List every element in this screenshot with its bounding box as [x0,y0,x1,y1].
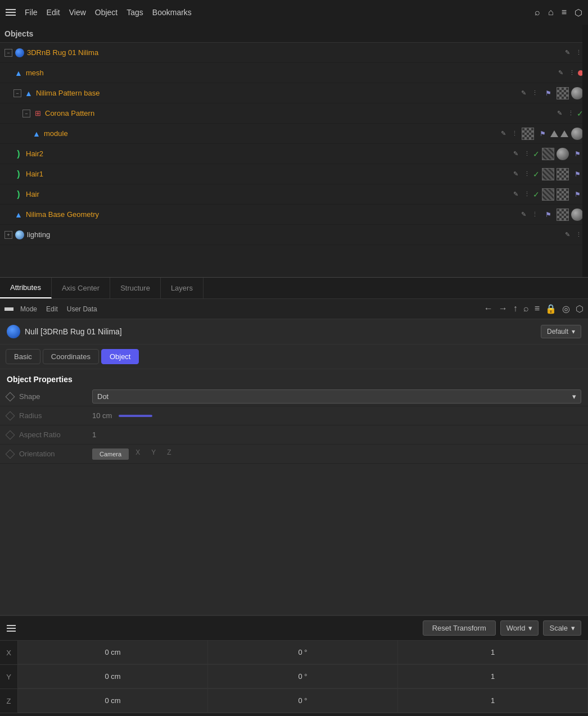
shape-dropdown[interactable]: Dot ▾ [92,389,581,404]
property-diamond-icon [6,449,15,459]
attr-menu-icon[interactable] [4,307,13,311]
arrow-left-icon[interactable]: ← [484,303,493,314]
dots-icon[interactable]: ⋮ [530,210,540,220]
z-rotation-value[interactable]: 0 ° [208,689,398,713]
edit-icon[interactable]: ✎ [510,189,521,200]
y-position-value[interactable]: 0 cm [18,665,208,688]
tree-row[interactable]: ) Hair2 ✎ ⋮ ✓ ⚑ [0,144,588,164]
filter-icon[interactable]: ≡ [535,303,540,314]
dots-icon[interactable]: ⋮ [522,149,532,159]
orientation-property-row: Orientation Camera X Y Z [0,445,588,464]
expand-icon[interactable]: − [4,49,12,57]
edit-icon[interactable]: ✎ [562,230,572,240]
property-diamond-icon [6,430,15,439]
tree-row[interactable]: − 3DRnB Rug 01 Nilima ✎ ⋮ [0,43,588,63]
dots-icon[interactable]: ⋮ [509,129,519,139]
z-axis-label: Z [0,689,18,713]
arrow-up-icon[interactable]: ↑ [513,303,518,314]
dots-icon[interactable]: ⋮ [530,88,540,98]
tree-row[interactable]: ) Hair ✎ ⋮ ✓ ⚑ [0,184,588,205]
tree-row[interactable]: ▲ mesh ✎ ⋮ [0,63,588,83]
z-scale-value[interactable]: 1 [398,689,588,713]
reset-transform-button[interactable]: Reset Transform [423,620,496,636]
menu-edit[interactable]: Edit [47,8,60,17]
y-rotation-value[interactable]: 0 ° [208,665,398,688]
dots-icon[interactable]: ⋮ [522,189,532,200]
menu-bar: File Edit View Object Tags Bookmarks ⌕ ⌂… [0,0,588,25]
x-axis-row: X 0 cm 0 ° 1 [0,641,588,665]
external-icon[interactable]: ⬡ [576,303,584,314]
dots-icon[interactable]: ⋮ [522,169,532,179]
search-icon[interactable]: ⌕ [523,303,529,314]
tree-row[interactable]: − ⊞ Corona Pattern ✎ ⋮ ✓ [0,103,588,124]
y-scale-value[interactable]: 1 [398,665,588,688]
default-dropdown[interactable]: Default ▾ [541,325,581,338]
tab-object[interactable]: Object [101,349,139,364]
edit-icon[interactable]: ✎ [518,88,528,98]
radius-value[interactable]: 10 cm [92,411,112,420]
edit-icon[interactable]: ✎ [498,129,508,139]
tab-coordinates[interactable]: Coordinates [43,349,99,364]
menu-file[interactable]: File [25,8,38,17]
property-diamond-icon [6,392,15,401]
filter-icon[interactable]: ≡ [562,7,567,17]
edit-icon[interactable]: ✎ [562,48,572,58]
tree-row[interactable]: ▲ Nilima Base Geometry ✎ ⋮ ⚑ [0,205,588,225]
search-icon[interactable]: ⌕ [535,7,540,17]
mode-button[interactable]: Mode [18,304,39,314]
edit-icon[interactable]: ✎ [518,210,528,220]
expand-icon[interactable]: − [13,89,21,97]
menu-bookmarks[interactable]: Bookmarks [152,8,192,17]
edit-icon[interactable]: ✎ [510,169,521,179]
transform-menu-icon[interactable] [7,625,16,632]
tab-basic[interactable]: Basic [6,349,40,364]
tab-layers[interactable]: Layers [161,278,203,298]
arrow-right-icon[interactable]: → [499,303,508,314]
edit-icon[interactable]: ✎ [555,68,566,78]
dots-icon[interactable]: ⋮ [567,68,577,78]
aspect-ratio-value[interactable]: 1 [92,430,581,439]
x-position-value[interactable]: 0 cm [18,641,208,664]
target-icon[interactable]: ◎ [562,303,570,314]
x-scale-value[interactable]: 1 [398,641,588,664]
z-axis-values: 0 cm 0 ° 1 [18,689,588,713]
scrollbar[interactable] [582,25,588,278]
object-name: Null [3DRnB Rug 01 Nilima] [25,327,541,336]
expand-icon[interactable]: − [22,110,30,117]
scale-dropdown[interactable]: Scale ▾ [543,620,581,636]
tab-attributes[interactable]: Attributes [0,278,52,298]
dots-icon[interactable]: ⋮ [566,108,576,119]
menu-view[interactable]: View [69,8,86,17]
row-icons: ✎ ⋮ ✓ ⚑ [510,188,588,201]
tree-row[interactable]: ) Hair1 ✎ ⋮ ✓ ⚑ [0,164,588,184]
edit-button[interactable]: Edit [44,304,60,314]
object-header: Null [3DRnB Rug 01 Nilima] Default ▾ [0,319,588,345]
hamburger-menu-icon[interactable] [6,9,16,16]
menu-object[interactable]: Object [95,8,117,17]
tab-structure[interactable]: Structure [110,278,161,298]
menu-tags[interactable]: Tags [126,8,143,17]
tree-row[interactable]: ▲ module ✎ ⋮ ⚑ [0,124,588,144]
world-dropdown[interactable]: World ▾ [500,620,539,636]
y-axis-label: Y [0,665,18,688]
lock-icon[interactable]: 🔒 [545,303,557,314]
mesh-icon: ▲ [13,68,24,78]
flag-thumbnail: ⚑ [571,188,584,201]
sphere-thumbnail [571,209,584,221]
lighting-icon [15,230,25,240]
tree-row[interactable]: − ▲ Nilima Pattern base ✎ ⋮ ⚑ [0,83,588,103]
x-rotation-value[interactable]: 0 ° [208,641,398,664]
z-position-value[interactable]: 0 cm [18,689,208,713]
tree-row[interactable]: + lighting ✎ ⋮ [0,225,588,245]
edit-icon[interactable]: ✎ [510,149,521,159]
external-link-icon[interactable]: ⬡ [575,7,582,18]
tree-item-label: Hair2 [26,149,510,158]
user-data-button[interactable]: User Data [65,304,99,314]
orientation-camera-btn[interactable]: Camera [92,448,129,460]
edit-icon[interactable]: ✎ [554,108,564,119]
tab-axis-center[interactable]: Axis Center [52,278,110,298]
section-title: Object Properties [0,369,588,387]
expand-icon[interactable]: + [4,231,12,239]
triangle-icon [560,130,568,137]
home-icon[interactable]: ⌂ [548,7,554,17]
